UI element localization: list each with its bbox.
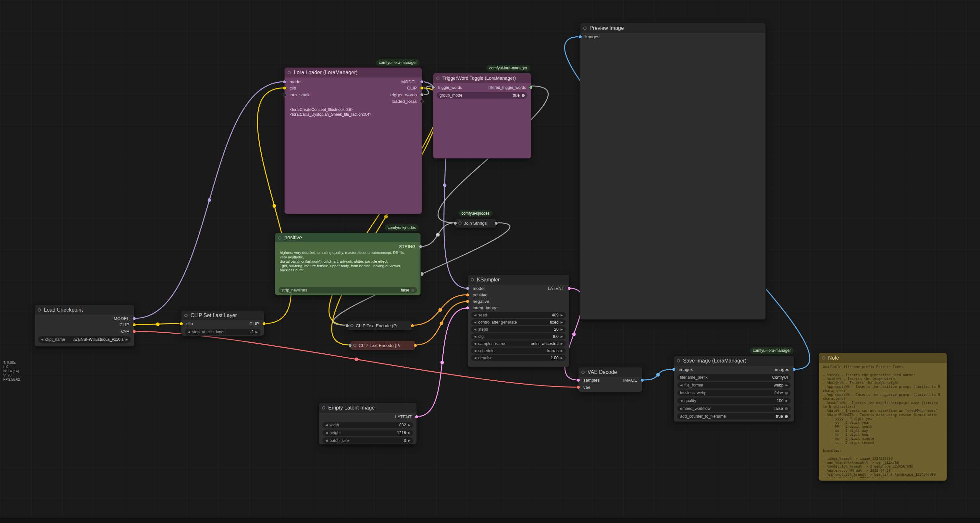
node-clip-text-encode-negative[interactable]: CLIP Text Encode (Pr <box>350 341 415 350</box>
lora-tags-text[interactable]: <lora:CreateConcept_Illustrious:0.8> <lo… <box>290 107 417 117</box>
group-mode-toggle[interactable]: group_mode true <box>437 92 528 98</box>
node-ksampler[interactable]: KSampler model positive negative latent_… <box>468 275 570 367</box>
decrement-arrow-icon[interactable]: ◀ <box>474 341 476 347</box>
increment-arrow-icon[interactable]: ▶ <box>256 329 258 335</box>
collapse-dot-icon[interactable] <box>353 344 356 347</box>
collapse-dot-icon[interactable] <box>471 278 474 281</box>
clip-output-port[interactable] <box>262 322 266 325</box>
model-input-port[interactable] <box>466 287 469 290</box>
add-counter-to-filename-toggle[interactable]: add_counter_to_filename true <box>677 413 791 420</box>
seed-widget[interactable]: ◀ seed 409 ▶ <box>471 312 566 318</box>
increment-arrow-icon[interactable]: ▶ <box>561 355 563 361</box>
clip-input-port[interactable] <box>283 86 286 90</box>
toggle-knob-icon[interactable] <box>785 407 788 410</box>
images-output-port[interactable] <box>792 368 796 371</box>
node-preview-image[interactable]: Preview Image images <box>580 23 766 320</box>
decrement-arrow-icon[interactable]: ◀ <box>325 429 328 436</box>
decrement-arrow-icon[interactable]: ◀ <box>474 326 476 332</box>
scheduler-widget[interactable]: ◀ scheduler karras ▶ <box>471 347 566 354</box>
denoise-widget[interactable]: ◀ denoise 1.00 ▶ <box>471 355 566 361</box>
increment-arrow-icon[interactable]: ▶ <box>408 437 410 444</box>
clip-input-port[interactable] <box>180 322 183 325</box>
collapse-dot-icon[interactable] <box>278 236 282 239</box>
decrement-arrow-icon[interactable]: ◀ <box>474 319 476 325</box>
increment-arrow-icon[interactable]: ▶ <box>126 336 128 343</box>
string-input-port[interactable] <box>453 222 457 225</box>
latent-output-port[interactable] <box>568 287 571 290</box>
node-title-bar[interactable]: positive <box>275 233 420 242</box>
vae-input-port[interactable] <box>576 385 580 389</box>
decrement-arrow-icon[interactable]: ◀ <box>188 329 190 335</box>
increment-arrow-icon[interactable]: ▶ <box>561 333 563 339</box>
positive-input-port[interactable] <box>466 293 469 297</box>
node-empty-latent-image[interactable]: Empty Latent Image LATENT ◀ width 832 ▶ … <box>319 403 417 445</box>
stop-at-clip-layer-widget[interactable]: ◀ stop_at_clip_layer -2 ▶ <box>185 329 261 335</box>
increment-arrow-icon[interactable]: ▶ <box>561 341 563 347</box>
node-title-bar[interactable]: Preview Image <box>581 23 765 33</box>
clip-output-port[interactable] <box>132 323 136 326</box>
node-note[interactable]: Note Available filename_prefix Pattern C… <box>819 353 947 481</box>
model-output-port[interactable] <box>420 80 424 84</box>
increment-arrow-icon[interactable]: ▶ <box>786 398 788 404</box>
sampler-name-widget[interactable]: ◀ sampler_name euler_ancestral ▶ <box>471 341 566 347</box>
node-title-bar[interactable]: Join Strings <box>455 219 496 228</box>
node-title-bar[interactable]: Lora Loader (LoraManager) <box>285 68 422 78</box>
decrement-arrow-icon[interactable]: ◀ <box>680 398 682 404</box>
increment-arrow-icon[interactable]: ▶ <box>786 382 788 388</box>
model-output-port[interactable] <box>132 317 136 320</box>
filename-prefix-widget[interactable]: filename_prefix ComfyUI <box>677 374 791 381</box>
node-title-bar[interactable]: TriggerWord Toggle (LoraManager) <box>433 73 531 83</box>
width-widget[interactable]: ◀ width 832 ▶ <box>322 422 413 428</box>
latent-output-port[interactable] <box>415 415 418 418</box>
decrement-arrow-icon[interactable]: ◀ <box>474 312 476 318</box>
increment-arrow-icon[interactable]: ▶ <box>408 429 410 436</box>
decrement-arrow-icon[interactable]: ◀ <box>474 347 476 354</box>
batch-size-widget[interactable]: ◀ batch_size 3 ▶ <box>322 437 413 444</box>
node-vae-decode[interactable]: VAE Decode samples vae IMAGE <box>578 367 643 392</box>
file-format-widget[interactable]: ◀ file_format webp ▶ <box>677 382 791 388</box>
lossless-webp-toggle[interactable]: lossless_webp false <box>677 390 791 396</box>
prompt-textarea[interactable]: highres, very detailed, amazing quality,… <box>280 250 416 281</box>
collapse-dot-icon[interactable] <box>677 359 680 363</box>
toggle-knob-icon[interactable] <box>785 392 788 395</box>
collapse-dot-icon[interactable] <box>436 76 439 80</box>
increment-arrow-icon[interactable]: ▶ <box>561 326 563 332</box>
trigger-words-input-port[interactable] <box>431 86 435 89</box>
node-title-bar[interactable]: Note <box>819 353 947 363</box>
control-after-generate-widget[interactable]: ◀ control after generate fixed ▶ <box>471 319 566 325</box>
strip-newlines-toggle[interactable]: strip_newlines false <box>278 287 417 293</box>
toggle-knob-icon[interactable] <box>411 289 414 292</box>
model-input-port[interactable] <box>283 80 286 84</box>
increment-arrow-icon[interactable]: ▶ <box>561 347 563 354</box>
collapsed-inputs-port[interactable] <box>345 324 349 328</box>
collapse-dot-icon[interactable] <box>350 324 353 327</box>
decrement-arrow-icon[interactable]: ◀ <box>325 422 328 428</box>
node-clip-set-last-layer[interactable]: CLIP Set Last Layer clip CLIP ◀ stop_at_… <box>181 310 264 336</box>
latent-image-input-port[interactable] <box>466 306 469 310</box>
string-output-port[interactable] <box>419 245 422 248</box>
note-text[interactable]: Available filename_prefix Pattern Codes … <box>823 365 943 478</box>
node-lora-loader[interactable]: Lora Loader (LoraManager) model clip lor… <box>284 67 422 214</box>
string-output-port[interactable] <box>495 222 498 225</box>
quality-widget[interactable]: ◀ quality 100 ▶ <box>677 398 791 404</box>
node-title-bar[interactable]: Empty Latent Image <box>319 403 417 413</box>
node-title-bar[interactable]: CLIP Set Last Layer <box>181 311 264 320</box>
images-input-port[interactable] <box>672 368 676 371</box>
node-title-bar[interactable]: KSampler <box>468 275 569 285</box>
collapse-dot-icon[interactable] <box>288 71 291 74</box>
collapse-dot-icon[interactable] <box>822 357 825 360</box>
collapse-dot-icon[interactable] <box>185 314 188 317</box>
conditioning-output-port[interactable] <box>414 344 417 347</box>
collapsed-inputs-port[interactable] <box>348 344 352 347</box>
node-title-bar[interactable]: Load Checkpoint <box>35 305 134 315</box>
decrement-arrow-icon[interactable]: ◀ <box>41 336 43 343</box>
collapse-dot-icon[interactable] <box>583 27 587 30</box>
node-title-bar[interactable]: VAE Decode <box>579 368 642 377</box>
image-output-port[interactable] <box>640 379 644 382</box>
lora-stack-input-port[interactable] <box>283 93 286 97</box>
vae-output-port[interactable] <box>132 330 136 333</box>
toggle-knob-icon[interactable] <box>522 94 525 97</box>
toggle-knob-icon[interactable] <box>785 415 788 418</box>
decrement-arrow-icon[interactable]: ◀ <box>680 382 682 388</box>
samples-input-port[interactable] <box>576 379 580 382</box>
